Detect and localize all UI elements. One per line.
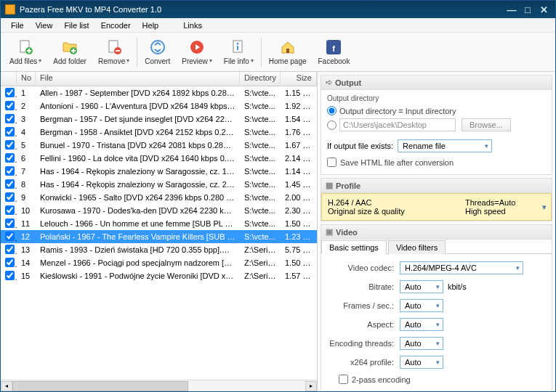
dropdown-arrow-icon[interactable]: ▾ [251, 57, 254, 64]
fps-select[interactable]: Auto [400, 299, 443, 312]
two-pass-checkbox[interactable] [339, 375, 348, 384]
preview-button[interactable]: Preview▾ [176, 35, 218, 70]
file-checkbox[interactable] [5, 205, 15, 215]
menu-links[interactable]: Links [177, 20, 208, 31]
file-row[interactable]: 3Bergman - 1957 - Det sjunde inseglet [D… [1, 113, 317, 126]
file-row[interactable]: 13Ramis - 1993 - Dzień świstaka [HD 720 … [1, 243, 317, 256]
file-row[interactable]: 14Menzel - 1966 - Pociągi pod specjalnym… [1, 256, 317, 269]
file-no: 15 [17, 271, 36, 280]
tab-basic-settings[interactable]: Basic settings [321, 240, 387, 254]
menu-help[interactable]: Help [137, 20, 165, 31]
file-checkbox[interactable] [5, 258, 15, 267]
file-checkbox[interactable] [5, 179, 15, 189]
add-files-button[interactable]: Add files▾ [4, 35, 47, 70]
file-row[interactable]: 2Antonioni - 1960 - L'Avventura [DVD x26… [1, 99, 317, 113]
file-checkbox[interactable] [5, 219, 15, 228]
file-dir: S:\vcte... [240, 206, 281, 215]
file-row[interactable]: 8Has - 1964 - Rękopis znaleziony w Sarag… [1, 178, 317, 191]
video-icon: ▣ [326, 227, 333, 237]
output-dir-same-label: Output directory = Input directory [339, 107, 456, 115]
scroll-left-button[interactable]: ◂ [1, 381, 12, 391]
fps-label: Frames / sec.: [327, 301, 400, 310]
horizontal-scrollbar[interactable]: ◂ ▸ [1, 380, 317, 391]
file-checkbox[interactable] [5, 192, 15, 202]
file-row[interactable]: 12Polański - 1967 - The Fearless Vampire… [1, 230, 317, 243]
file-size: 1.92 GB [281, 102, 317, 110]
column-file[interactable]: File [36, 72, 240, 86]
file-row[interactable]: 15Kieślowski - 1991 - Podwójne życie Wer… [1, 269, 317, 282]
tab-video-filters[interactable]: Video filters [388, 240, 446, 254]
facebook-button[interactable]: fFacebook [313, 35, 356, 70]
titlebar: Pazera Free MKV to MP4 Converter 1.0 — □… [1, 1, 555, 18]
file-row[interactable]: 1Allen - 1987 - September [DVD x264 1892… [1, 86, 317, 99]
dropdown-arrow-icon[interactable]: ▾ [39, 57, 41, 64]
close-button[interactable]: ✕ [536, 4, 551, 15]
file-checkbox[interactable] [5, 166, 15, 176]
bitrate-select[interactable]: Auto [400, 280, 443, 293]
file-name: Konwicki - 1965 - Salto [DVD x264 2396 k… [36, 193, 240, 202]
file-list-body[interactable]: 1Allen - 1987 - September [DVD x264 1892… [1, 86, 317, 375]
tool-label: Home page [269, 57, 307, 65]
file-checkbox[interactable] [5, 140, 15, 150]
file-checkbox[interactable] [5, 101, 15, 110]
dropdown-arrow-icon[interactable]: ▾ [126, 57, 129, 64]
remove-button[interactable]: Remove▾ [92, 35, 135, 70]
add-folder-button[interactable]: Add folder [47, 35, 92, 70]
file-checkbox[interactable] [5, 88, 15, 97]
video-panel: ▣Video Basic settings Video filters Vide… [321, 224, 552, 391]
file-exists-select[interactable]: Rename file [398, 139, 492, 152]
profile-threads: Threads=Auto [465, 198, 545, 207]
output-dir-same-radio[interactable] [327, 106, 337, 115]
save-html-checkbox[interactable] [327, 158, 337, 167]
scroll-right-button[interactable]: ▸ [305, 381, 317, 391]
video-codec-select[interactable]: H.264/MPEG-4 AVC [400, 261, 523, 274]
output-dir-path-input[interactable] [339, 118, 456, 131]
menu-encoder[interactable]: Encoder [95, 20, 137, 31]
file-checkbox[interactable] [5, 271, 15, 280]
file-row[interactable]: 5Bunuel - 1970 - Tristana [DVD x264 2081… [1, 139, 317, 152]
scroll-thumb[interactable] [12, 381, 188, 391]
output-title: Output [335, 78, 361, 87]
aspect-select[interactable]: Auto [400, 318, 443, 331]
file-checkbox[interactable] [5, 232, 15, 241]
file-no: 6 [17, 154, 36, 163]
file-checkbox[interactable] [5, 127, 15, 136]
tool-label: Facebook [318, 57, 350, 65]
file-checkbox[interactable] [5, 153, 15, 163]
file-row[interactable]: 6Fellini - 1960 - La dolce vita [DVD x26… [1, 152, 317, 165]
toolbar: Add files▾Add folderRemove▾ConvertPrevie… [1, 33, 555, 72]
dropdown-arrow-icon[interactable]: ▾ [209, 57, 212, 64]
menu-file-list[interactable]: File list [58, 20, 94, 31]
column-size[interactable]: Size [281, 72, 317, 86]
threads-select[interactable]: Auto [400, 337, 443, 350]
file-checkbox[interactable] [5, 114, 15, 123]
file-size: 1.67 GB [281, 141, 317, 150]
column-no[interactable]: No [17, 72, 36, 86]
browse-button[interactable]: Browse... [462, 118, 511, 131]
column-directory[interactable]: Directory [240, 72, 281, 86]
file-row[interactable]: 4Bergman - 1958 - Ansiktet [DVD x264 215… [1, 126, 317, 139]
home-page-button[interactable]: Home page [263, 35, 313, 70]
file-row[interactable]: 10Kurosawa - 1970 - Dodes'ka-den [DVD x2… [1, 204, 317, 217]
menubar: FileViewFile listEncoderHelpLinks [1, 18, 555, 33]
convert-icon [149, 38, 166, 56]
file-dir: Z:\Seria... [240, 258, 281, 267]
file-row[interactable]: 11Lelouch - 1966 - Un homme et une femme… [1, 217, 317, 230]
file-info-button[interactable]: File info▾ [218, 35, 259, 70]
file-row[interactable]: 9Konwicki - 1965 - Salto [DVD x264 2396 … [1, 191, 317, 204]
file-row[interactable]: 7Has - 1964 - Rękopis znaleziony w Sarag… [1, 165, 317, 178]
minimize-button[interactable]: — [504, 4, 519, 15]
convert-button[interactable]: Convert [139, 35, 176, 70]
app-title: Pazera Free MKV to MP4 Converter 1.0 [20, 5, 504, 14]
file-checkbox[interactable] [5, 245, 15, 254]
profile-select[interactable]: H.264 / AAC Original size & quality Thre… [321, 193, 552, 221]
menu-file[interactable]: File [5, 20, 30, 31]
output-dir-custom-radio[interactable] [327, 121, 337, 130]
menu-view[interactable]: View [30, 20, 59, 31]
maximize-button[interactable]: □ [520, 4, 535, 15]
file-size: 1.50 GB [281, 219, 317, 228]
home-icon [279, 38, 297, 56]
output-panel: ➪Output Output directory Output director… [321, 75, 552, 175]
file-size: 1.14 GB [281, 167, 317, 176]
x264-select[interactable]: Auto [400, 356, 443, 369]
